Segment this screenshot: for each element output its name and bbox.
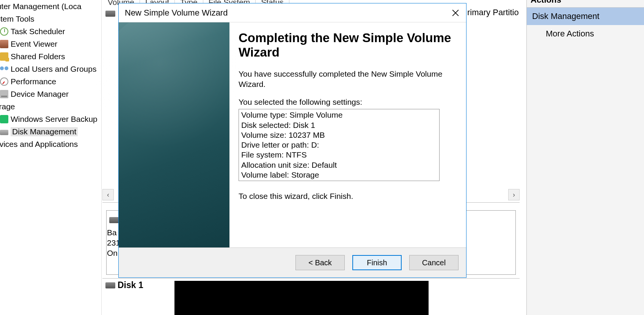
tree-item-disk-management[interactable]: Disk Management xyxy=(0,125,99,138)
wizard-close-hint: To close this wizard, click Finish. xyxy=(239,192,456,201)
actions-header: Actions xyxy=(527,0,644,8)
tree-item-windows-backup[interactable]: Windows Server Backup xyxy=(0,113,99,125)
setting-row: Volume type: Simple Volume xyxy=(241,110,437,120)
disk1-label: Disk 1 xyxy=(118,280,143,290)
disk1-partition[interactable] xyxy=(174,281,429,315)
setting-row: Disk selected: Disk 1 xyxy=(241,120,437,130)
tree-item-event-viewer[interactable]: Event Viewer xyxy=(0,38,99,50)
tree-root-label: puter Management (Loca xyxy=(0,2,82,11)
tree-root[interactable]: puter Management (Loca xyxy=(0,0,99,13)
mmc-tree: puter Management (Loca ystem Tools Task … xyxy=(0,0,99,315)
actions-item-label: Disk Management xyxy=(532,11,599,21)
tree-item-label: Event Viewer xyxy=(11,39,57,49)
disk0-unallocated[interactable] xyxy=(466,211,515,274)
setting-row: Quick format: Yes xyxy=(241,180,437,181)
close-button[interactable] xyxy=(448,6,463,20)
actions-panel: Actions Disk Management More Actions xyxy=(526,0,644,315)
tree-group-services[interactable]: ervices and Applications xyxy=(0,138,99,150)
tree-item-task-scheduler[interactable]: Task Scheduler xyxy=(0,25,99,38)
tree-item-label: Windows Server Backup xyxy=(11,115,97,124)
tree-item-label: Performance xyxy=(11,77,56,86)
event-icon xyxy=(0,40,8,48)
dialog-button-row: < Back Finish Cancel xyxy=(119,248,466,277)
setting-row: Volume label: Storage xyxy=(241,170,437,180)
disk-icon xyxy=(105,11,115,17)
status-primary-partition: rimary Partitio xyxy=(467,8,519,17)
settings-listbox[interactable]: Volume type: Simple Volume Disk selected… xyxy=(239,109,440,181)
scroll-right-button[interactable]: › xyxy=(508,189,520,200)
tree-group-label: ystem Tools xyxy=(0,14,35,24)
disk-icon xyxy=(105,282,115,288)
cancel-button[interactable]: Cancel xyxy=(409,255,459,270)
disk1-label-row[interactable]: Disk 1 xyxy=(105,280,143,290)
folder-icon xyxy=(0,52,8,61)
tree-splitter[interactable] xyxy=(99,0,102,315)
dialog-body: Completing the New Simple Volume Wizard … xyxy=(119,22,466,248)
setting-row: Allocation unit size: Default xyxy=(241,160,437,170)
setting-row: Drive letter or path: D: xyxy=(241,140,437,150)
tree-group-label: torage xyxy=(0,102,15,111)
tree-group-system-tools[interactable]: ystem Tools xyxy=(0,13,99,25)
tree-item-label: Disk Management xyxy=(11,127,78,136)
wizard-heading: Completing the New Simple Volume Wizard xyxy=(239,31,456,60)
tree-item-device-manager[interactable]: Device Manager xyxy=(0,88,99,100)
tree-item-performance[interactable]: Performance xyxy=(0,75,99,88)
disk-icon xyxy=(0,130,8,135)
device-icon xyxy=(0,90,8,98)
tree-item-label: Task Scheduler xyxy=(11,27,65,36)
actions-item-label: More Actions xyxy=(546,29,594,38)
back-button[interactable]: < Back xyxy=(295,255,345,270)
tree-item-shared-folders[interactable]: Shared Folders xyxy=(0,50,99,63)
disk-icon xyxy=(109,217,119,223)
finish-button[interactable]: Finish xyxy=(352,255,402,270)
tree-item-label: Local Users and Groups xyxy=(11,65,96,74)
settings-label: You selected the following settings: xyxy=(239,98,456,107)
wizard-intro: You have successfully completed the New … xyxy=(239,69,456,90)
scroll-left-button[interactable]: ‹ xyxy=(102,189,114,200)
actions-item-more-actions[interactable]: More Actions xyxy=(527,25,644,43)
pane-separator xyxy=(102,278,520,279)
tree-group-label: ervices and Applications xyxy=(0,140,78,149)
setting-row: File system: NTFS xyxy=(241,150,437,160)
users-icon xyxy=(0,65,8,73)
setting-row: Volume size: 10237 MB xyxy=(241,130,437,140)
tree-group-storage[interactable]: torage xyxy=(0,100,99,113)
backup-icon xyxy=(0,115,8,123)
wizard-sidebar-graphic xyxy=(119,22,229,247)
tree-item-label: Shared Folders xyxy=(11,52,65,61)
tree-item-local-users[interactable]: Local Users and Groups xyxy=(0,63,99,75)
clock-icon xyxy=(0,27,8,36)
wizard-content: Completing the New Simple Volume Wizard … xyxy=(229,22,466,247)
actions-item-disk-management[interactable]: Disk Management xyxy=(527,8,644,25)
gauge-icon xyxy=(0,77,8,86)
tree-item-label: Device Manager xyxy=(11,90,69,99)
close-icon xyxy=(452,9,459,16)
new-simple-volume-wizard-dialog: New Simple Volume Wizard Completing the … xyxy=(118,3,467,278)
